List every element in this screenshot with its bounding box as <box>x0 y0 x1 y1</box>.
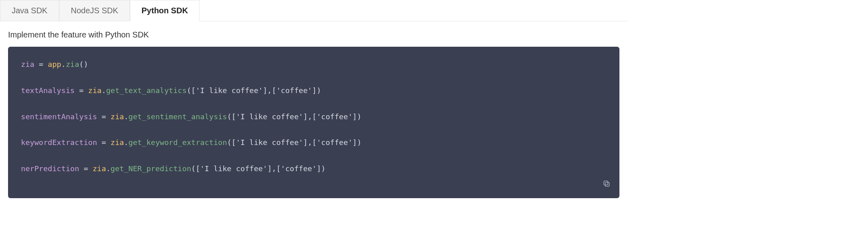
code-block: zia = app.zia() textAnalysis = zia.get_t… <box>8 47 619 198</box>
tab-python-sdk[interactable]: Python SDK <box>130 0 200 21</box>
code-line: sentimentAnalysis = zia.get_sentiment_an… <box>21 110 607 123</box>
sdk-tabs: Java SDK NodeJS SDK Python SDK <box>0 0 627 21</box>
copy-icon <box>603 180 611 193</box>
tab-java-sdk[interactable]: Java SDK <box>0 0 59 21</box>
tab-description: Implement the feature with Python SDK <box>0 21 627 47</box>
code-content: zia = app.zia() textAnalysis = zia.get_t… <box>21 58 607 188</box>
code-line: textAnalysis = zia.get_text_analytics(['… <box>21 84 607 97</box>
code-line: zia = app.zia() <box>21 58 607 71</box>
copy-button[interactable] <box>601 180 612 192</box>
code-line: nerPrediction = zia.get_NER_prediction([… <box>21 162 607 175</box>
svg-rect-1 <box>604 181 608 185</box>
svg-rect-0 <box>605 182 609 186</box>
tab-nodejs-sdk[interactable]: NodeJS SDK <box>59 0 130 21</box>
code-line: keywordExtraction = zia.get_keyword_extr… <box>21 136 607 149</box>
